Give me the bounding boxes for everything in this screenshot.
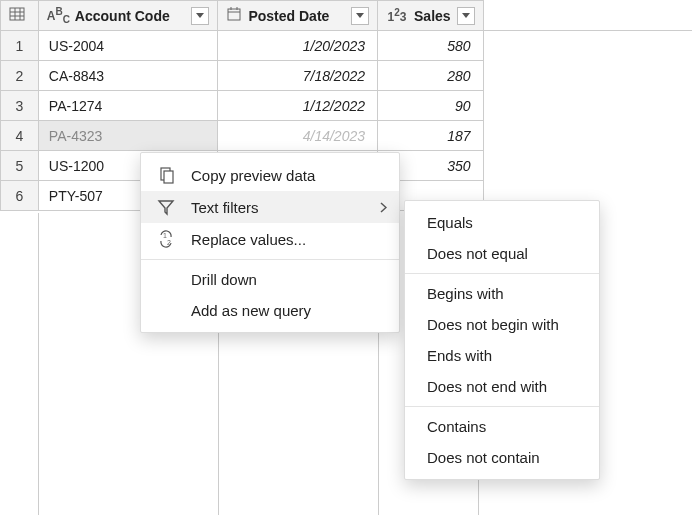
row-number: 3	[1, 91, 39, 121]
cell-date[interactable]: 4/14/2023	[218, 121, 378, 151]
gridline	[38, 213, 39, 515]
table-row[interactable]: 1 US-2004 1/20/2023 580	[1, 31, 693, 61]
chevron-right-icon	[380, 199, 387, 216]
cell-sales[interactable]: 187	[378, 121, 484, 151]
table-row[interactable]: 3 PA-1274 1/12/2022 90	[1, 91, 693, 121]
cell-sales[interactable]: 90	[378, 91, 484, 121]
funnel-icon	[155, 198, 177, 216]
filter-ends-with[interactable]: Ends with	[405, 340, 599, 371]
menu-label: Ends with	[427, 347, 492, 364]
menu-label: Does not contain	[427, 449, 540, 466]
row-number: 4	[1, 121, 39, 151]
menu-item-add-as-new-query[interactable]: Add as new query	[141, 295, 399, 326]
menu-label: Add as new query	[191, 302, 311, 319]
menu-item-drill-down[interactable]: Drill down	[141, 264, 399, 295]
context-menu: Copy preview data Text filters 12 Replac…	[140, 152, 400, 333]
cell-sales[interactable]: 580	[378, 31, 484, 61]
column-label: Account Code	[75, 8, 186, 24]
row-number: 1	[1, 31, 39, 61]
menu-label: Text filters	[191, 199, 259, 216]
menu-label: Does not equal	[427, 245, 528, 262]
calendar-icon	[226, 6, 242, 25]
row-number: 5	[1, 151, 39, 181]
copy-icon	[155, 166, 177, 184]
column-label: Sales	[414, 8, 451, 24]
menu-label: Begins with	[427, 285, 504, 302]
filter-does-not-equal[interactable]: Does not equal	[405, 238, 599, 269]
svg-rect-12	[164, 171, 173, 183]
menu-label: Copy preview data	[191, 167, 315, 184]
cell-date[interactable]: 7/18/2022	[218, 61, 378, 91]
menu-label: Contains	[427, 418, 486, 435]
menu-separator	[405, 273, 599, 274]
cell-account[interactable]: CA-8843	[38, 61, 218, 91]
menu-separator	[141, 259, 399, 260]
cell-date[interactable]: 1/20/2023	[218, 31, 378, 61]
filter-does-not-contain[interactable]: Does not contain	[405, 442, 599, 473]
row-number: 2	[1, 61, 39, 91]
spacer	[483, 1, 692, 31]
menu-label: Drill down	[191, 271, 257, 288]
table-icon	[9, 8, 25, 24]
svg-rect-0	[10, 8, 24, 20]
column-header-account[interactable]: ABC Account Code	[38, 1, 218, 31]
filter-equals[interactable]: Equals	[405, 207, 599, 238]
menu-item-replace-values[interactable]: 12 Replace values...	[141, 223, 399, 255]
filter-dropdown-button[interactable]	[457, 7, 475, 25]
filter-does-not-begin-with[interactable]: Does not begin with	[405, 309, 599, 340]
corner-cell[interactable]	[1, 1, 39, 31]
menu-label: Does not end with	[427, 378, 547, 395]
cell-sales[interactable]: 280	[378, 61, 484, 91]
filter-contains[interactable]: Contains	[405, 411, 599, 442]
menu-item-copy-preview[interactable]: Copy preview data	[141, 159, 399, 191]
text-filters-submenu: Equals Does not equal Begins with Does n…	[404, 200, 600, 480]
menu-separator	[405, 406, 599, 407]
cell-account[interactable]: PA-4323	[38, 121, 218, 151]
column-label: Posted Date	[248, 8, 345, 24]
menu-label: Does not begin with	[427, 316, 559, 333]
column-header-sales[interactable]: 123 Sales	[378, 1, 484, 31]
row-number: 6	[1, 181, 39, 211]
filter-dropdown-button[interactable]	[191, 7, 209, 25]
table-row[interactable]: 2 CA-8843 7/18/2022 280	[1, 61, 693, 91]
filter-does-not-end-with[interactable]: Does not end with	[405, 371, 599, 402]
column-header-date[interactable]: Posted Date	[218, 1, 378, 31]
cell-account[interactable]: US-2004	[38, 31, 218, 61]
cell-date[interactable]: 1/12/2022	[218, 91, 378, 121]
svg-text:2: 2	[167, 239, 171, 246]
filter-begins-with[interactable]: Begins with	[405, 278, 599, 309]
menu-label: Replace values...	[191, 231, 306, 248]
table-row[interactable]: 4 PA-4323 4/14/2023 187	[1, 121, 693, 151]
menu-item-text-filters[interactable]: Text filters	[141, 191, 399, 223]
replace-icon: 12	[155, 230, 177, 248]
svg-text:1: 1	[163, 232, 167, 239]
text-type-icon: ABC	[47, 6, 69, 25]
number-type-icon: 123	[386, 7, 408, 24]
svg-rect-5	[228, 9, 240, 20]
filter-dropdown-button[interactable]	[351, 7, 369, 25]
menu-label: Equals	[427, 214, 473, 231]
cell-account[interactable]: PA-1274	[38, 91, 218, 121]
